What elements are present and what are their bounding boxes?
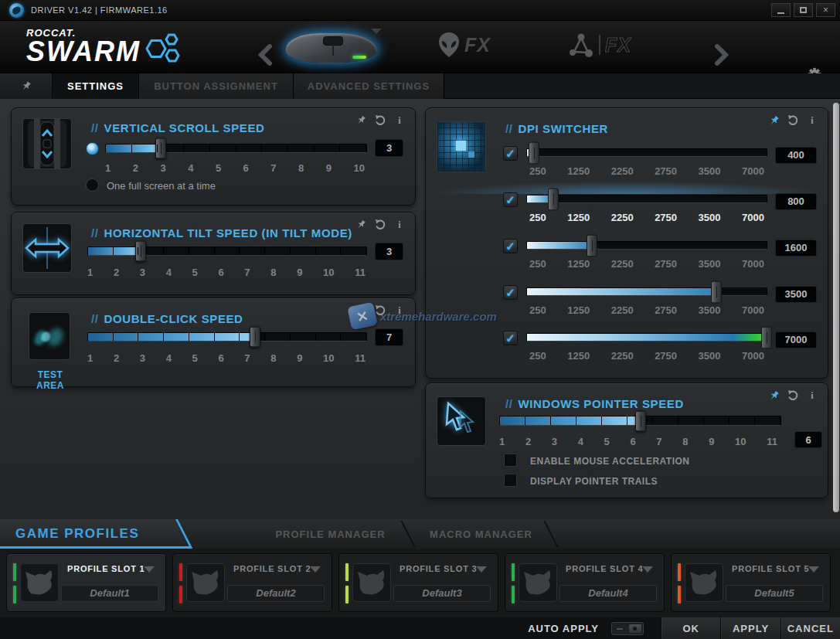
- profile-slot-1[interactable]: PROFILE SLOT 1 Default1: [6, 553, 166, 612]
- profile-slot-3[interactable]: PROFILE SLOT 3 Default3: [338, 553, 498, 612]
- reset-panel-icon[interactable]: [374, 304, 386, 317]
- reset-panel-icon[interactable]: [374, 219, 386, 231]
- pin-panel-icon[interactable]: [355, 219, 367, 231]
- divider: [599, 35, 600, 55]
- ok-button[interactable]: OK: [661, 617, 720, 639]
- tick-label: 10: [735, 436, 746, 447]
- slider-thumb[interactable]: [548, 188, 559, 210]
- profile-name-input[interactable]: Default2: [227, 585, 325, 602]
- full-screen-radio[interactable]: [86, 178, 99, 192]
- mouse-acceleration-checkbox[interactable]: [504, 454, 517, 467]
- roccat-cat-icon: [186, 563, 225, 602]
- tilt-arrows-icon: [22, 223, 72, 273]
- dpi-scale: 25012502250275035007000: [529, 212, 764, 223]
- slot-dropdown-caret-icon[interactable]: [476, 566, 487, 573]
- dpi-checkbox[interactable]: ✓: [503, 285, 518, 300]
- dpi-checkbox[interactable]: ✓: [503, 239, 518, 253]
- dpi-slider[interactable]: [526, 148, 767, 157]
- slider-thumb[interactable]: [529, 141, 539, 164]
- pointer-trails-checkbox[interactable]: [504, 474, 517, 487]
- tick-label: 10: [353, 162, 364, 174]
- dpi-checkbox[interactable]: ✓: [503, 146, 518, 161]
- main-tab-bar: SETTINGS BUTTON ASSIGNMENT ADVANCED SETT…: [0, 73, 840, 99]
- tick-label: 4: [166, 267, 172, 278]
- info-icon[interactable]: i: [806, 389, 818, 402]
- info-icon[interactable]: i: [393, 304, 406, 317]
- dpi-scale: 25012502250275035007000: [529, 258, 764, 270]
- reset-panel-icon[interactable]: [374, 114, 386, 127]
- vertical-scroll-slider[interactable]: [105, 144, 367, 153]
- profile-name-input[interactable]: Default3: [393, 585, 491, 602]
- next-device-chevron-icon[interactable]: [712, 44, 732, 66]
- tick-label: 4: [578, 436, 583, 447]
- dpi-row-2-active: ✓ 25012502250275035007000 800: [426, 189, 829, 235]
- vertical-scrollbar[interactable]: [833, 103, 839, 512]
- dpi-checkbox[interactable]: ✓: [503, 192, 518, 207]
- pin-tab-button[interactable]: [0, 73, 53, 99]
- prev-device-chevron-icon[interactable]: [255, 44, 275, 66]
- talkfx-molecule-icon: [566, 32, 594, 58]
- pin-panel-icon-active[interactable]: [767, 389, 780, 402]
- horizontal-tilt-value: 3: [375, 243, 403, 260]
- scroll-lines-radio[interactable]: [86, 142, 99, 155]
- dpi-slider[interactable]: [526, 333, 767, 342]
- slot-dropdown-caret-icon[interactable]: [642, 566, 653, 573]
- pin-panel-icon[interactable]: [355, 114, 367, 127]
- slider-thumb[interactable]: [587, 234, 597, 257]
- dpi-slider[interactable]: [526, 287, 767, 296]
- info-icon[interactable]: i: [393, 219, 406, 231]
- info-icon[interactable]: i: [393, 114, 406, 127]
- profile-name-input[interactable]: Default4: [559, 585, 657, 602]
- reset-panel-icon[interactable]: [787, 389, 799, 402]
- panel-title: //WINDOWS POINTER SPEED: [505, 397, 684, 410]
- profile-led-indicator: [678, 563, 681, 603]
- slider-thumb[interactable]: [711, 280, 722, 303]
- double-click-test-area[interactable]: [29, 312, 70, 360]
- tab-advanced-settings[interactable]: ADVANCED SETTINGS: [294, 73, 444, 99]
- slider-thumb[interactable]: [761, 326, 772, 348]
- slot-dropdown-caret-icon[interactable]: [808, 566, 819, 573]
- profile-slot-4[interactable]: PROFILE SLOT 4 Default4: [505, 553, 665, 612]
- profile-slot-5[interactable]: PROFILE SLOT 5 Default5: [671, 553, 831, 612]
- dpi-slider[interactable]: [526, 241, 767, 250]
- tick-label: 2750: [655, 350, 677, 362]
- slot-dropdown-caret-icon[interactable]: [310, 566, 321, 573]
- tick-label: 7: [244, 352, 250, 364]
- talkfx-button[interactable]: FX: [566, 32, 631, 58]
- settings-content: //VERTICAL SCROLL SPEED i 3 12345678910 …: [0, 99, 840, 519]
- dpi-slider[interactable]: [526, 195, 767, 203]
- pin-icon: [20, 80, 32, 93]
- double-click-slider[interactable]: [87, 332, 367, 342]
- test-area-label: TEST AREA: [23, 369, 77, 391]
- profile-name-input[interactable]: Default1: [61, 585, 158, 602]
- roccat-cat-icon: [685, 563, 723, 602]
- device-dropdown-caret-icon[interactable]: [371, 29, 382, 34]
- alienfx-button[interactable]: FX: [438, 32, 491, 58]
- maximize-icon: [800, 7, 807, 13]
- tick-label: 4: [166, 352, 172, 364]
- profile-name-input[interactable]: Default5: [726, 585, 823, 602]
- dpi-checkbox[interactable]: ✓: [503, 331, 518, 345]
- tab-macro-manager[interactable]: MACRO MANAGER: [421, 519, 541, 549]
- minimize-button[interactable]: [771, 3, 791, 17]
- cancel-button[interactable]: CANCEL: [780, 617, 840, 639]
- panel-title: //VERTICAL SCROLL SPEED: [91, 121, 264, 134]
- tab-profile-manager[interactable]: PROFILE MANAGER: [267, 519, 394, 549]
- horizontal-tilt-slider[interactable]: [87, 246, 367, 256]
- maximize-button[interactable]: [794, 3, 813, 17]
- reset-panel-icon[interactable]: [787, 114, 799, 127]
- close-button[interactable]: ×: [816, 3, 835, 17]
- info-icon[interactable]: i: [806, 114, 818, 127]
- profile-slot-2[interactable]: PROFILE SLOT 2 Default2: [172, 553, 332, 612]
- tick-label: 1250: [567, 304, 590, 316]
- pin-panel-icon-active[interactable]: [767, 114, 780, 127]
- apply-button[interactable]: APPLY: [720, 617, 780, 639]
- pointer-speed-slider[interactable]: [499, 416, 781, 426]
- tick-label: 2250: [611, 212, 634, 223]
- slot-dropdown-caret-icon[interactable]: [144, 566, 155, 573]
- kova-mouse-image: [286, 33, 377, 63]
- tab-button-assignment[interactable]: BUTTON ASSIGNMENT: [139, 73, 294, 99]
- profile-led-indicator: [345, 563, 349, 603]
- tab-settings[interactable]: SETTINGS: [53, 73, 139, 99]
- auto-apply-toggle[interactable]: [611, 622, 644, 635]
